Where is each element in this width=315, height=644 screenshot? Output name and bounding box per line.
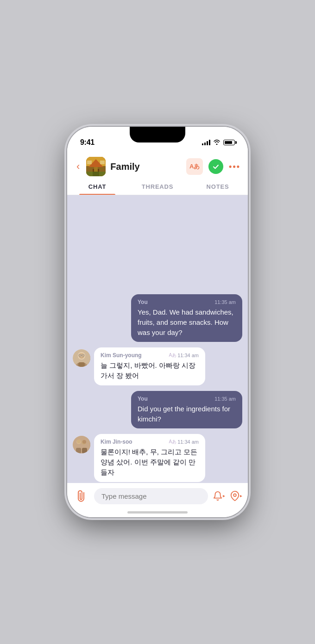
svg-rect-21 bbox=[76, 448, 81, 453]
verified-button[interactable] bbox=[208, 159, 223, 174]
group-name: Family bbox=[110, 161, 182, 172]
bell-arrow-icon: ▸ bbox=[223, 494, 225, 498]
back-button[interactable]: ‹ bbox=[75, 160, 82, 173]
bell-icon bbox=[213, 491, 223, 501]
bubble-own-1: You 11:35 am Yes, Dad. We had sandwiches… bbox=[131, 294, 242, 342]
bell-button-group[interactable]: ▸ bbox=[213, 491, 225, 501]
avatar-kim-jinsoo bbox=[73, 436, 90, 453]
text-kim-sunyoung: 늘 그렇지, 바빴어. 아빠랑 시장 가서 장 봤어 bbox=[101, 360, 199, 381]
message-kim-jinsoo: Kim Jin-soo Aあ 11:34 am 물론이지! 배추, 무, 그리고… bbox=[67, 431, 248, 483]
more-button[interactable]: ••• bbox=[229, 162, 240, 172]
tab-threads[interactable]: THREADS bbox=[127, 178, 188, 195]
svg-rect-7 bbox=[100, 161, 105, 164]
translate-badge-1: Aあ 11:34 am bbox=[169, 352, 199, 359]
bubble-kim-sunyoung: Kim Sun-young Aあ 11:34 am 늘 그렇지, 바빴어. 아빠… bbox=[94, 347, 205, 385]
status-bar: 9:41 bbox=[67, 127, 248, 152]
attach-button[interactable] bbox=[69, 484, 93, 508]
bubble-kim-jinsoo: Kim Jin-soo Aあ 11:34 am 물론이지! 배추, 무, 그리고… bbox=[94, 434, 205, 482]
signal-icon bbox=[202, 140, 210, 145]
translate-button[interactable]: Aあ bbox=[186, 158, 203, 175]
message-you-2: You 11:35 am Did you get the ingredients… bbox=[67, 388, 248, 432]
time-kim-sunyoung: 11:34 am bbox=[177, 353, 199, 358]
message-kim-sunyoung: Kim Sun-young Aあ 11:34 am 늘 그렇지, 바빴어. 아빠… bbox=[67, 345, 248, 388]
person-icon-1 bbox=[73, 349, 90, 367]
food-image-message bbox=[67, 195, 248, 291]
svg-point-23 bbox=[77, 440, 81, 443]
svg-rect-5 bbox=[94, 167, 98, 172]
tab-notes[interactable]: NOTES bbox=[188, 178, 248, 195]
person-icon-2 bbox=[73, 436, 90, 453]
text-you-2: Did you get the ingredients for kimchi? bbox=[138, 404, 236, 424]
svg-rect-22 bbox=[82, 448, 87, 453]
tab-chat[interactable]: CHAT bbox=[67, 178, 127, 195]
svg-rect-14 bbox=[78, 362, 85, 367]
message-input[interactable] bbox=[94, 488, 208, 504]
sender-kim-jinsoo: Kim Jin-soo bbox=[101, 439, 132, 445]
svg-point-25 bbox=[233, 494, 236, 496]
time-you-1: 11:35 am bbox=[214, 299, 236, 305]
svg-point-24 bbox=[82, 440, 86, 444]
bubble-own-2: You 11:35 am Did you get the ingredients… bbox=[131, 391, 242, 429]
location-arrow-icon: ▸ bbox=[240, 494, 242, 498]
paperclip-icon bbox=[73, 488, 89, 504]
time-you-2: 11:35 am bbox=[214, 396, 236, 402]
header-actions: Aあ ••• bbox=[186, 158, 240, 175]
text-you-1: Yes, Dad. We had sandwiches, fruits, and… bbox=[138, 307, 236, 337]
sender-kim-sunyoung: Kim Sun-young bbox=[101, 352, 142, 359]
time-kim-jinsoo: 11:34 am bbox=[177, 439, 199, 445]
message-you-1: You 11:35 am Yes, Dad. We had sandwiches… bbox=[67, 291, 248, 345]
status-time: 9:41 bbox=[80, 138, 94, 147]
phone-frame: 9:41 ‹ bbox=[67, 127, 248, 517]
chat-header: ‹ Family Aあ bbox=[67, 152, 248, 178]
sender-you-2: You bbox=[138, 396, 148, 402]
notch bbox=[130, 127, 185, 142]
svg-point-18 bbox=[73, 436, 90, 453]
location-button-group[interactable]: ▸ bbox=[230, 491, 242, 501]
chat-area: You 11:35 am Yes, Dad. We had sandwiches… bbox=[67, 195, 248, 483]
status-icons bbox=[202, 139, 235, 146]
home-indicator bbox=[127, 511, 188, 514]
svg-rect-6 bbox=[87, 161, 92, 164]
wifi-icon bbox=[213, 139, 220, 146]
translate-badge-2: Aあ 11:34 am bbox=[169, 439, 199, 445]
avatar-kim-sunyoung bbox=[73, 349, 90, 367]
tabs-bar: CHAT THREADS NOTES bbox=[67, 178, 248, 195]
svg-rect-8 bbox=[86, 172, 106, 176]
sender-you-1: You bbox=[138, 299, 148, 305]
group-avatar bbox=[86, 157, 106, 176]
check-icon bbox=[212, 163, 220, 170]
location-icon bbox=[230, 491, 240, 501]
house-icon bbox=[86, 157, 106, 176]
battery-icon bbox=[223, 140, 235, 145]
text-kim-jinsoo: 물론이지! 배추, 무, 그리고 모든 양념 샀어. 이번 주말에 같이 만들자 bbox=[101, 447, 199, 477]
